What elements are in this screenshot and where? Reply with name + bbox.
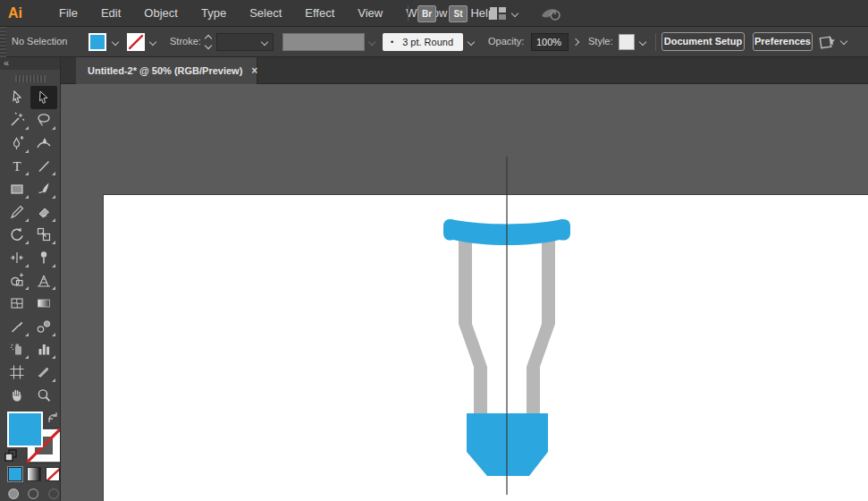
perspective-grid-tool[interactable] bbox=[30, 269, 57, 293]
stroke-chevron-icon[interactable] bbox=[149, 38, 156, 46]
pen-tool[interactable] bbox=[4, 132, 30, 155]
style-label: Style: bbox=[588, 27, 613, 56]
gradient-tool[interactable] bbox=[30, 292, 57, 315]
menu-effect[interactable]: Effect bbox=[293, 0, 346, 27]
menu-file[interactable]: File bbox=[47, 0, 89, 27]
tools-grid: T bbox=[0, 86, 60, 406]
puppet-warp-tool[interactable] bbox=[30, 246, 57, 269]
opacity-input[interactable]: 100% bbox=[531, 33, 569, 51]
tools-panel: « bbox=[0, 57, 61, 501]
menu-edit[interactable]: Edit bbox=[89, 0, 132, 27]
no-selection-label: No Selection bbox=[12, 27, 67, 56]
illustrator-window: Ai File Edit Object Type Select Effect V… bbox=[0, 0, 868, 501]
document-tab[interactable]: Untitled-2* @ 50% (RGB/Preview) × bbox=[76, 57, 257, 84]
stock-button[interactable]: St bbox=[449, 5, 468, 22]
menu-bar: Ai File Edit Object Type Select Effect V… bbox=[0, 0, 868, 27]
draw-behind-icon[interactable] bbox=[27, 487, 39, 501]
selection-tool[interactable] bbox=[30, 86, 57, 109]
lasso-tool[interactable] bbox=[30, 109, 57, 132]
brush-value: 3 pt. Round bbox=[402, 37, 453, 47]
paintbrush-tool[interactable] bbox=[30, 177, 57, 200]
canvas[interactable] bbox=[61, 84, 868, 501]
graphic-style-swatch[interactable] bbox=[619, 34, 635, 50]
stroke-weight-dropdown[interactable] bbox=[216, 33, 274, 51]
artwork-crutch-drawing[interactable] bbox=[61, 84, 868, 501]
controlbar-separator bbox=[655, 33, 656, 51]
menu-type[interactable]: Type bbox=[190, 0, 238, 27]
fill-color-swatch[interactable] bbox=[88, 33, 106, 51]
line-segment-tool[interactable] bbox=[30, 155, 57, 178]
bridge-button[interactable]: Br bbox=[417, 5, 436, 22]
none-mode-button[interactable] bbox=[46, 467, 60, 481]
drawing-mode-buttons bbox=[0, 487, 60, 501]
shape-builder-tool[interactable] bbox=[4, 269, 30, 293]
zoom-tool[interactable] bbox=[30, 384, 57, 407]
brush-definition-dropdown[interactable]: • 3 pt. Round bbox=[383, 33, 463, 51]
crutch-left-leg[interactable] bbox=[459, 238, 487, 417]
document-tab-title: Untitled-2* @ 50% (RGB/Preview) bbox=[76, 65, 242, 76]
document-area: Untitled-2* @ 50% (RGB/Preview) × bbox=[61, 57, 868, 501]
touch-workspace-icon[interactable] bbox=[819, 34, 837, 50]
slice-tool[interactable] bbox=[30, 361, 57, 384]
menu-view[interactable]: View bbox=[346, 0, 394, 27]
document-tab-bar: Untitled-2* @ 50% (RGB/Preview) × bbox=[61, 57, 868, 84]
column-graph-tool[interactable] bbox=[30, 338, 57, 361]
menu-select[interactable]: Select bbox=[238, 0, 293, 27]
menubar-separator bbox=[408, 5, 409, 21]
eraser-tool[interactable] bbox=[30, 200, 57, 224]
default-fill-stroke-icon[interactable] bbox=[4, 449, 18, 463]
stroke-color-swatch[interactable] bbox=[127, 33, 145, 51]
shaper-pencil-tool[interactable] bbox=[4, 200, 30, 224]
workspace-chevron-icon[interactable] bbox=[511, 10, 518, 17]
rotate-tool[interactable] bbox=[4, 224, 30, 247]
magic-wand-tool[interactable] bbox=[4, 109, 30, 132]
app-logo: Ai bbox=[8, 5, 22, 21]
crutch-right-leg[interactable] bbox=[527, 238, 555, 417]
type-tool[interactable]: T bbox=[4, 155, 30, 178]
curvature-tool[interactable] bbox=[30, 132, 57, 155]
document-setup-button[interactable]: Document Setup bbox=[662, 32, 745, 51]
menubar-right-group: Br St bbox=[408, 0, 562, 27]
mesh-tool[interactable] bbox=[4, 292, 30, 315]
fill-swatch[interactable] bbox=[7, 412, 43, 447]
color-mode-buttons bbox=[0, 467, 60, 481]
controlbar-grip[interactable] bbox=[0, 27, 6, 57]
tab-close-icon[interactable]: × bbox=[251, 64, 257, 77]
draw-normal-icon[interactable] bbox=[7, 487, 20, 501]
preferences-button[interactable]: Preferences bbox=[753, 32, 813, 51]
svg-text:T: T bbox=[13, 159, 21, 174]
swap-fill-stroke-icon[interactable] bbox=[46, 412, 59, 423]
brush-chevron-icon[interactable] bbox=[468, 38, 475, 46]
fill-stroke-area bbox=[0, 410, 60, 465]
brush-dot-icon: • bbox=[391, 38, 393, 47]
eyedropper-tool[interactable] bbox=[4, 315, 30, 338]
touch-workspace-chevron-icon[interactable] bbox=[840, 38, 847, 45]
width-tool[interactable] bbox=[4, 246, 30, 269]
artboard-tool[interactable] bbox=[4, 361, 30, 384]
control-bar: No Selection Stroke: • 3 pt. Round Opaci… bbox=[0, 27, 868, 57]
menu-object[interactable]: Object bbox=[132, 0, 190, 27]
fill-chevron-icon[interactable] bbox=[112, 38, 119, 46]
workspace-switcher-icon[interactable] bbox=[489, 6, 507, 21]
color-mode-button[interactable] bbox=[8, 467, 22, 481]
stroke-weight-stepper[interactable] bbox=[203, 33, 214, 51]
opacity-label: Opacity: bbox=[488, 27, 524, 56]
gpu-performance-icon[interactable] bbox=[539, 4, 562, 22]
blend-tool[interactable] bbox=[30, 315, 57, 338]
symbol-sprayer-tool[interactable] bbox=[4, 338, 30, 361]
scale-tool[interactable] bbox=[30, 224, 57, 247]
tools-panel-grip[interactable] bbox=[15, 75, 46, 82]
workspace: « bbox=[0, 57, 868, 501]
gradient-mode-button[interactable] bbox=[27, 467, 41, 481]
width-profile-dropdown bbox=[282, 33, 365, 51]
draw-inside-icon[interactable] bbox=[47, 487, 60, 501]
opacity-submenu-icon[interactable] bbox=[572, 38, 579, 46]
stroke-label: Stroke: bbox=[170, 27, 201, 56]
hand-tool[interactable] bbox=[4, 384, 30, 407]
style-chevron-icon[interactable] bbox=[639, 38, 646, 46]
direct-selection-tool[interactable] bbox=[4, 86, 30, 109]
width-profile-chevron-icon bbox=[368, 38, 375, 46]
panel-collapse-button[interactable]: « bbox=[0, 57, 60, 70]
rectangle-tool[interactable] bbox=[4, 177, 30, 200]
